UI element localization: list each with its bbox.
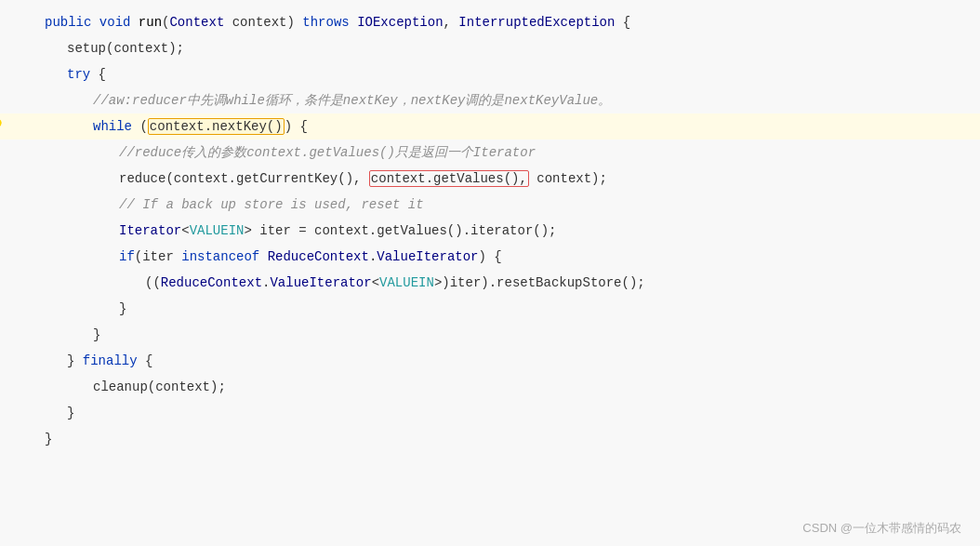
code-content-11: ((ReduceContext.ValueIterator<VALUEIN>)i… (41, 270, 961, 296)
code-content-7: reduce(context.getCurrentKey(), context.… (41, 166, 961, 192)
code-line-4: //aw:reducer中先调while循环，条件是nextKey，nextKe… (0, 87, 980, 113)
code-content-15: cleanup(context); (41, 374, 961, 400)
code-editor: public void run(Context context) throws … (0, 0, 980, 546)
code-line-16: } (0, 400, 980, 426)
code-line-8: // If a back up store is used, reset it (0, 192, 980, 218)
code-line-3: try { (0, 61, 980, 87)
code-content-17: } (41, 426, 961, 452)
code-content-10: if(iter instanceof ReduceContext.ValueIt… (41, 244, 961, 270)
code-content-3: try { (41, 61, 961, 87)
code-line-7: reduce(context.getCurrentKey(), context.… (0, 166, 980, 192)
code-line-15: cleanup(context); (0, 374, 980, 400)
code-line-1: public void run(Context context) throws … (0, 9, 980, 35)
code-line-6: //reduce传入的参数context.getValues()只是返回一个It… (0, 140, 980, 166)
code-line-12: } (0, 296, 980, 322)
code-line-9: Iterator<VALUEIN> iter = context.getValu… (0, 218, 980, 244)
code-content-12: } (41, 296, 961, 322)
code-line-14: } finally { (0, 348, 980, 374)
code-content-5: while (context.nextKey()) { (41, 113, 961, 140)
hint-bulb-icon: 💡 (0, 113, 5, 140)
code-content-13: } (41, 322, 961, 348)
code-line-5: 💡 while (context.nextKey()) { (0, 113, 980, 140)
code-content-8: // If a back up store is used, reset it (41, 192, 961, 218)
code-line-10: if(iter instanceof ReduceContext.ValueIt… (0, 244, 980, 270)
code-content-6: //reduce传入的参数context.getValues()只是返回一个It… (41, 140, 961, 166)
code-content-9: Iterator<VALUEIN> iter = context.getValu… (41, 218, 961, 244)
code-line-13: } (0, 322, 980, 348)
code-content-2: setup(context); (41, 35, 961, 61)
watermark: CSDN @一位木带感情的码农 (802, 520, 961, 537)
code-content-14: } finally { (41, 348, 961, 374)
code-content-16: } (41, 400, 961, 426)
code-line-2: setup(context); (0, 35, 980, 61)
code-line-11: ((ReduceContext.ValueIterator<VALUEIN>)i… (0, 270, 980, 296)
code-content-4: //aw:reducer中先调while循环，条件是nextKey，nextKe… (41, 87, 961, 113)
code-line-17: } (0, 426, 980, 452)
code-content-1: public void run(Context context) throws … (41, 9, 961, 35)
